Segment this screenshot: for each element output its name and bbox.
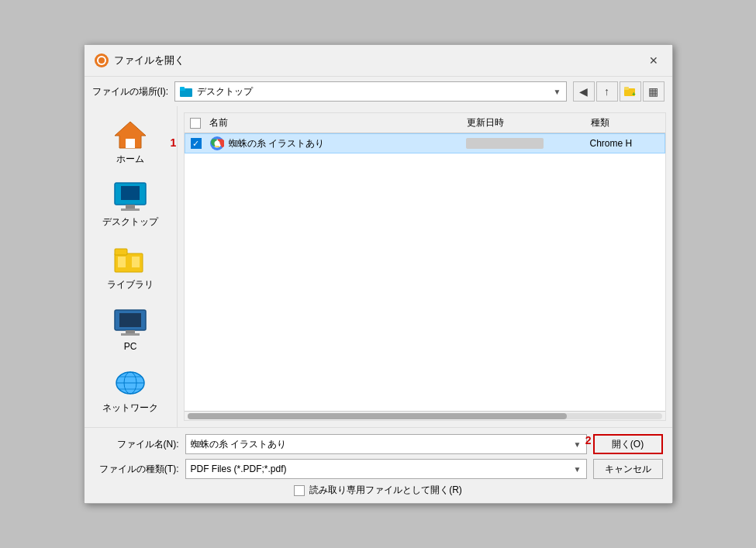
toolbar-buttons: ◀ ↑ + ▦	[573, 81, 665, 102]
file-date	[466, 138, 544, 149]
folder-icon	[180, 86, 192, 97]
file-list: 名前 更新日時 種類 1 ✓	[184, 112, 666, 421]
desktop-icon	[112, 181, 149, 212]
dialog-title: ファイルを開く	[114, 53, 185, 67]
filetype-row: ファイルの種類(T): PDF Files (*.PDF;*.pdf) ▼ キャ…	[94, 459, 663, 479]
title-bar-left: ファイルを開く	[94, 53, 185, 68]
file-list-body	[185, 153, 665, 411]
svg-rect-22	[121, 333, 140, 336]
file-checkbox[interactable]: ✓	[191, 138, 202, 149]
svg-point-30	[214, 141, 219, 146]
svg-rect-17	[132, 257, 140, 267]
back-button[interactable]: ◀	[573, 81, 595, 102]
sidebar-item-library[interactable]: ライブラリ	[85, 238, 177, 298]
readonly-checkbox[interactable]	[294, 485, 305, 496]
svg-rect-20	[119, 313, 141, 327]
open-button[interactable]: 開く(O)	[593, 434, 663, 454]
up-icon: ↑	[604, 85, 609, 98]
svg-rect-16	[115, 249, 127, 255]
filetype-input[interactable]: PDF Files (*.PDF;*.pdf) ▼	[185, 459, 587, 479]
svg-text:+: +	[632, 91, 636, 97]
new-folder-icon: +	[624, 86, 637, 97]
svg-rect-13	[126, 205, 135, 209]
svg-point-2	[98, 57, 105, 64]
svg-rect-14	[121, 209, 140, 211]
filetype-dropdown-arrow: ▼	[574, 465, 582, 474]
sidebar-item-network-label: ネットワーク	[102, 402, 158, 415]
file-type-cell: Chrome H	[587, 138, 665, 149]
header-name: 名前	[206, 116, 464, 129]
file-open-dialog: ファイルを開く ✕ ファイルの場所(I): デスクトップ ▼ ◀ ↑	[84, 44, 673, 504]
main-content: ホーム デスクトップ	[85, 106, 672, 427]
app-icon	[94, 53, 109, 68]
location-text: デスクトップ	[197, 85, 548, 98]
header-checkbox[interactable]	[190, 118, 201, 129]
toolbar: ファイルの場所(I): デスクトップ ▼ ◀ ↑ +	[85, 77, 672, 106]
table-row[interactable]: ✓ 蜘蛛の糸 イラストあり	[185, 133, 665, 153]
svg-rect-10	[126, 139, 135, 148]
sidebar-item-library-label: ライブラリ	[107, 278, 154, 291]
step2-label: 2	[585, 434, 592, 446]
location-label: ファイルの場所(I):	[92, 85, 169, 98]
file-name-cell: 蜘蛛の糸 イラストあり	[207, 136, 463, 150]
up-button[interactable]: ↑	[596, 81, 618, 102]
scrollbar-track	[188, 413, 662, 419]
filetype-value: PDF Files (*.PDF;*.pdf)	[191, 464, 287, 474]
view-button[interactable]: ▦	[643, 81, 665, 102]
library-icon	[112, 244, 149, 275]
step1-container: 1 ✓	[185, 133, 665, 153]
horizontal-scrollbar[interactable]	[185, 411, 665, 420]
readonly-label: 読み取り専用ファイルとして開く(R)	[309, 484, 462, 497]
svg-rect-5	[180, 87, 185, 90]
sidebar-item-home[interactable]: ホーム	[85, 112, 177, 172]
back-icon: ◀	[579, 85, 588, 98]
step1-label: 1	[171, 136, 177, 149]
sidebar-item-pc[interactable]: PC	[85, 301, 177, 358]
sidebar-item-desktop[interactable]: デスクトップ	[85, 175, 177, 235]
header-type: 種類	[588, 116, 665, 129]
file-list-header: 名前 更新日時 種類	[185, 113, 665, 133]
filename-row: ファイル名(N): 蜘蛛の糸 イラストあり ▼ 開く(O)	[94, 434, 663, 454]
file-checkbox-cell: ✓	[185, 138, 207, 149]
file-name: 蜘蛛の糸 イラストあり	[229, 137, 324, 150]
sidebar: ホーム デスクトップ	[85, 106, 178, 427]
view-icon: ▦	[648, 85, 658, 98]
svg-rect-7	[624, 87, 629, 90]
readonly-row: 読み取り専用ファイルとして開く(R)	[94, 484, 663, 497]
filename-value: 蜘蛛の糸 イラストあり	[191, 438, 286, 451]
svg-rect-12	[121, 186, 140, 200]
bottom-area: 2 ファイル名(N): 蜘蛛の糸 イラストあり ▼ 開く(O) ファイルの種類(…	[85, 427, 672, 503]
home-icon	[112, 119, 149, 150]
sidebar-item-network[interactable]: ネットワーク	[85, 361, 177, 421]
svg-rect-18	[118, 257, 126, 267]
title-bar: ファイルを開く ✕	[85, 45, 672, 77]
chevron-down-icon: ▼	[554, 88, 561, 96]
location-dropdown[interactable]: デスクトップ ▼	[174, 81, 566, 102]
filetype-label: ファイルの種類(T):	[94, 463, 179, 476]
svg-rect-21	[126, 330, 135, 333]
scrollbar-thumb	[188, 413, 568, 419]
file-list-area: 名前 更新日時 種類 1 ✓	[178, 106, 672, 427]
filename-label: ファイル名(N):	[94, 438, 179, 451]
file-date-cell	[463, 138, 587, 149]
header-date: 更新日時	[464, 116, 588, 129]
sidebar-item-desktop-label: デスクトップ	[102, 215, 158, 229]
pc-icon	[112, 307, 149, 338]
network-icon	[112, 367, 149, 398]
sidebar-item-home-label: ホーム	[116, 153, 144, 166]
sidebar-item-pc-label: PC	[124, 341, 137, 352]
filename-dropdown-arrow: ▼	[574, 440, 582, 449]
chrome-icon	[210, 136, 224, 150]
cancel-button[interactable]: キャンセル	[593, 459, 663, 479]
header-check	[185, 116, 206, 129]
close-button[interactable]: ✕	[644, 51, 663, 70]
new-folder-button[interactable]: +	[620, 81, 641, 102]
filename-input[interactable]: 蜘蛛の糸 イラストあり ▼	[185, 434, 587, 454]
